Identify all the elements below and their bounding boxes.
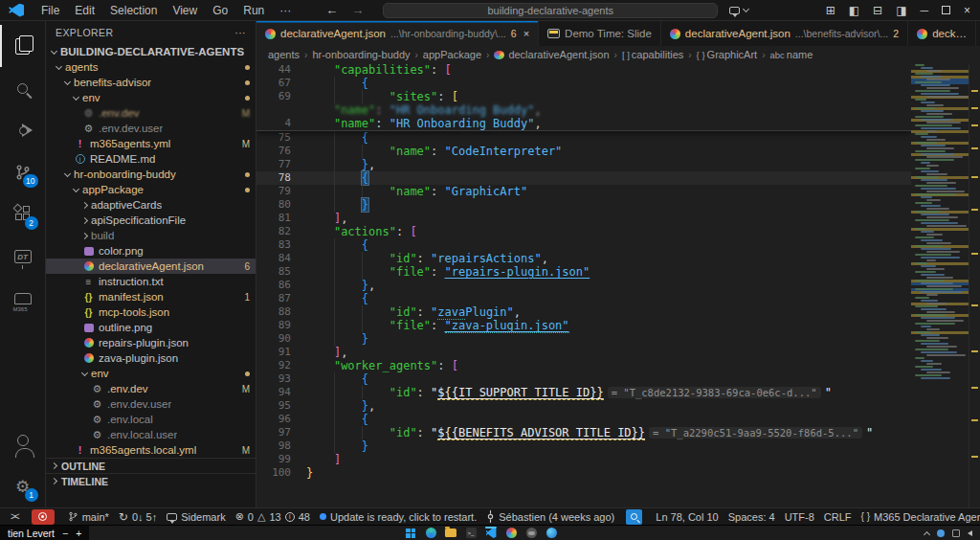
status-problems[interactable]: ⊗0△13i48 (231, 508, 315, 526)
status-encoding[interactable]: UTF-8 (780, 508, 819, 526)
restore-button[interactable] (942, 6, 950, 14)
zoom-in-control[interactable]: + (76, 528, 81, 539)
tab-1[interactable]: Demo Time: Slide (539, 21, 661, 46)
taskbar-edge-dev-icon[interactable] (546, 528, 557, 539)
code-line-44[interactable]: 44 "capabilities": [ (256, 63, 911, 77)
taskbar-office-wheel-icon[interactable] (505, 528, 517, 539)
activitybar-explorer[interactable] (0, 25, 46, 67)
toggle-primary-sidebar-icon[interactable]: ◧ (849, 4, 859, 17)
command-center-search[interactable]: building-declarative-agents (383, 3, 718, 18)
tree-item-instruction-txt[interactable]: ≡instruction.txt (46, 274, 256, 289)
code-line-79[interactable]: 79 "name": "GraphicArt" (256, 185, 911, 198)
toggle-panel-icon[interactable]: ⊟ (873, 4, 882, 17)
status-language-mode[interactable]: { }M365 Declarative Agent (857, 508, 980, 526)
tree-item-color-png[interactable]: color.png (46, 243, 256, 259)
status-indentation[interactable]: Spaces: 4 (724, 508, 780, 526)
section-outline[interactable]: OUTLINE (46, 458, 256, 473)
taskbar-copilot-app-icon[interactable] (525, 528, 537, 539)
code-line-90[interactable]: 90 } (256, 332, 911, 346)
code-line-82[interactable]: 82 "actions": [ (256, 225, 911, 238)
minimap[interactable] (911, 63, 969, 507)
breadcrumb-item-declarativeAgent-json[interactable]: declarativeAgent.json (494, 49, 609, 60)
code-line-86[interactable]: 86 }, (256, 279, 911, 292)
vscode-logo-icon[interactable] (9, 4, 24, 17)
toggle-secondary-sidebar-icon[interactable]: ◨ (896, 4, 906, 17)
tree-item-adaptiveCards[interactable]: adaptiveCards (46, 197, 256, 213)
tree-item--env-dev[interactable]: ⚙.env.devM (46, 105, 256, 121)
tree-item-repairs-plugin-json[interactable]: repairs-plugin.json (46, 335, 256, 350)
activitybar-run-debug[interactable] (0, 109, 46, 151)
tree-item-manifest-json[interactable]: {}manifest.json1 (46, 289, 256, 304)
code-line-76[interactable]: 76 "name": "CodeInterpreter" (256, 145, 911, 158)
close-button[interactable]: × (964, 4, 970, 17)
back-arrow-icon[interactable]: ← (325, 3, 338, 17)
code-line-78[interactable]: 78 { (256, 171, 911, 185)
tree-item--env-dev-user[interactable]: ⚙.env.dev.user (46, 396, 256, 412)
code-line-84[interactable]: 84 "id": "repairsActions", (256, 252, 911, 265)
taskbar-edge-icon[interactable] (425, 528, 436, 539)
menu-view[interactable]: View (165, 2, 205, 19)
breadcrumb-item-agents[interactable]: agents (268, 49, 300, 60)
activitybar-m365-toolkit[interactable]: M365 (0, 278, 46, 320)
code-line-87[interactable]: 87 { (256, 292, 911, 305)
status-cursor-position[interactable]: Ln 78, Col 10 (651, 508, 723, 526)
status-git-branch[interactable]: main* (63, 508, 114, 526)
code-line-80[interactable]: 80 } (256, 198, 911, 212)
status-git-sync[interactable]: ↻0↓ 5↑ (114, 508, 162, 526)
breadcrumb-item-appPackage[interactable]: appPackage (423, 49, 481, 60)
tree-item-env[interactable]: env (46, 366, 256, 381)
taskbar-terminal-icon[interactable]: >_ (465, 528, 477, 539)
activitybar-demo-time[interactable]: DT (0, 236, 46, 278)
tray-chevron-icon[interactable] (924, 530, 930, 537)
tab-close-icon[interactable]: × (523, 28, 529, 39)
code-line-97[interactable]: 97 "id": "${{BENEFITS_ADVISOR_TITLE_ID}}… (256, 426, 911, 439)
code-line-94[interactable]: 94 "id": "${{IT_SUPPORT_TITLE_ID}}= "T_c… (256, 386, 911, 399)
code-line-81[interactable]: 81 ], (256, 212, 911, 225)
tree-item-outline-png[interactable]: outline.png (46, 320, 256, 335)
menu-edit[interactable]: Edit (67, 2, 102, 19)
code-line-4[interactable]: 4 "name": "HR Onboarding Buddy", (256, 117, 911, 130)
tree-item-README-md[interactable]: iREADME.md (46, 151, 256, 167)
tree-item-m365agents-local-yml[interactable]: !m365agents.local.ymlM (46, 442, 256, 458)
menu-run[interactable]: Run (235, 2, 272, 19)
tree-item-appPackage[interactable]: appPackage (46, 182, 256, 197)
code-line-100[interactable]: 100} (256, 466, 911, 480)
code-line-92[interactable]: 92 "worker_agents": [ (256, 359, 911, 372)
speaker-icon[interactable] (968, 530, 972, 536)
tree-item-zava-plugin-json[interactable]: zava-plugin.json (46, 350, 256, 366)
tree-item-build[interactable]: build (46, 228, 256, 243)
breadcrumb-item-capabilities[interactable]: [ ]capabilities (622, 49, 683, 60)
tab-3[interactable]: deck… (908, 21, 976, 46)
breadcrumb-item-hr-onboarding-buddy[interactable]: hr-onboarding-buddy (312, 49, 410, 60)
tray-app-icon[interactable] (937, 529, 945, 537)
explorer-actions-icon[interactable]: ··· (234, 27, 246, 38)
code-line-95[interactable]: 95 }, (256, 399, 911, 413)
breadcrumb-item-name[interactable]: abcname (770, 49, 813, 60)
code-line-83[interactable]: 83 { (256, 238, 911, 252)
tab-2[interactable]: declarativeAgent.json...\benefits-adviso… (661, 21, 908, 46)
code-line-98[interactable]: 98 } (256, 439, 911, 453)
tree-item--env-local-user[interactable]: ⚙.env.local.user (46, 427, 256, 442)
code-line-85[interactable]: 85 "file": "repairs-plugin.json" (256, 265, 911, 279)
code-line-67[interactable]: 67 { (256, 77, 911, 90)
customize-layout-icon[interactable]: ⊞ (826, 4, 835, 17)
menu-file[interactable]: File (33, 2, 67, 19)
code-line-75[interactable]: 75 { (256, 131, 911, 145)
taskbar-vscode-icon[interactable] (485, 528, 497, 539)
forward-arrow-icon[interactable]: → (351, 3, 364, 17)
activitybar-account[interactable] (0, 423, 46, 465)
activitybar-settings[interactable]: ⚙1 (0, 465, 46, 507)
code-line-69[interactable]: 69 "sites": [ (256, 90, 911, 103)
zoom-out-control[interactable]: − (62, 528, 68, 539)
code-line-ghost[interactable]: "name": "HR Onboarding Buddy", (256, 103, 911, 117)
taskbar-file-explorer-icon[interactable] (445, 528, 457, 539)
status-update-ready[interactable]: Update is ready, click to restart. (315, 508, 481, 526)
tab-0[interactable]: declarativeAgent.json...\hr-onboarding-b… (256, 21, 539, 46)
tree-item-benefits-advisor[interactable]: benefits-advisor (46, 75, 256, 90)
tray-display-icon[interactable] (952, 529, 960, 537)
tree-item-apiSpecificationFile[interactable]: apiSpecificationFile (46, 213, 256, 228)
code-editor[interactable]: 44 "capabilities": [67 {69 "sites": [ "n… (256, 63, 980, 507)
tree-item-agents[interactable]: agents (46, 59, 256, 75)
status-blame[interactable]: Sébastien (4 weeks ago) (481, 508, 619, 526)
status-zoom-indicator[interactable] (621, 508, 651, 526)
